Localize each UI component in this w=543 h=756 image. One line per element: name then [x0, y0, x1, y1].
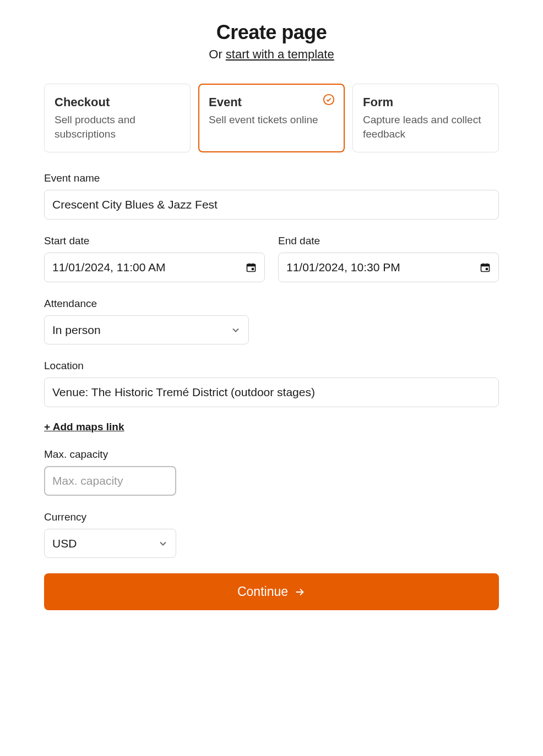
attendance-label: Attendance [44, 298, 499, 310]
subtitle-prefix: Or [209, 47, 226, 61]
event-name-input[interactable] [44, 190, 499, 220]
check-circle-icon [323, 94, 335, 106]
end-date-text[interactable] [286, 261, 480, 274]
svg-rect-2 [247, 264, 256, 266]
add-maps-link[interactable]: + Add maps link [44, 421, 124, 433]
attendance-select[interactable]: In person [44, 315, 249, 344]
type-card-title: Event [209, 95, 334, 109]
template-link[interactable]: start with a template [226, 47, 334, 61]
type-card-desc: Sell products and subscriptions [55, 113, 180, 141]
type-card-checkout[interactable]: Checkout Sell products and subscriptions [44, 84, 191, 152]
capacity-label: Max. capacity [44, 448, 499, 461]
type-card-event[interactable]: Event Sell event tickets online [198, 84, 345, 152]
end-date-label: End date [278, 235, 499, 247]
page-type-cards: Checkout Sell products and subscriptions… [44, 84, 499, 152]
arrow-right-icon [294, 586, 306, 598]
start-date-input[interactable] [44, 253, 265, 282]
calendar-icon [246, 262, 257, 273]
svg-point-0 [324, 95, 334, 105]
end-date-input[interactable] [278, 253, 499, 282]
continue-button[interactable]: Continue [44, 573, 499, 610]
location-label: Location [44, 360, 499, 372]
svg-rect-5 [252, 268, 254, 270]
currency-select[interactable]: USD [44, 529, 176, 558]
type-card-title: Checkout [55, 95, 180, 109]
location-input[interactable] [44, 377, 499, 407]
calendar-icon [480, 262, 491, 273]
event-name-label: Event name [44, 172, 499, 184]
start-date-label: Start date [44, 235, 265, 247]
continue-button-label: Continue [237, 584, 288, 599]
start-date-text[interactable] [52, 261, 246, 274]
type-card-form[interactable]: Form Capture leads and collect feedback [352, 84, 499, 152]
capacity-input[interactable] [44, 466, 176, 496]
type-card-desc: Sell event tickets online [209, 113, 334, 127]
type-card-title: Form [363, 95, 488, 109]
svg-rect-10 [486, 268, 488, 270]
svg-rect-7 [481, 264, 490, 266]
page-title: Create page [44, 21, 499, 44]
subtitle: Or start with a template [44, 47, 499, 62]
type-card-desc: Capture leads and collect feedback [363, 113, 488, 141]
currency-label: Currency [44, 511, 499, 523]
